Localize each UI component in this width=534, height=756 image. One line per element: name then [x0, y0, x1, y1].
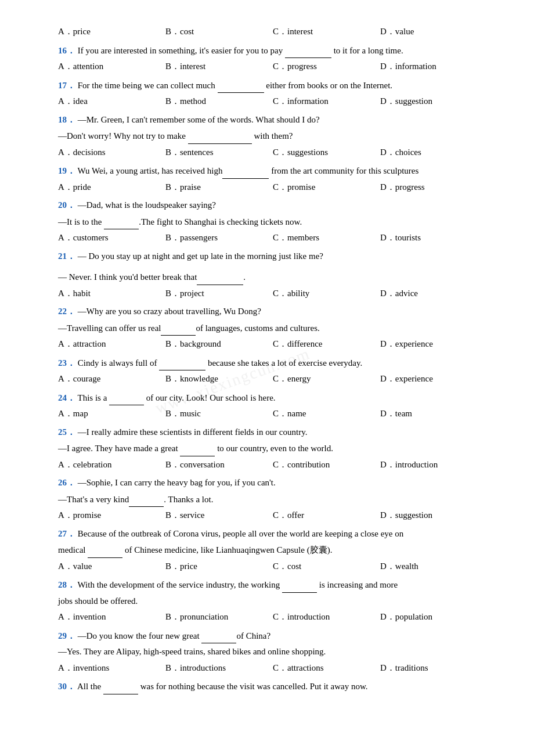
q28-optC: C．introduction — [273, 610, 380, 625]
q24-optD: D．team — [380, 406, 488, 422]
option-A: A．price — [58, 24, 165, 39]
q23-optA: A．courage — [58, 372, 165, 387]
q30-text: All the was for nothing because the visi… — [77, 682, 368, 691]
q16-optD: D．information — [380, 59, 488, 74]
q17-text: For the time being we can collect much e… — [78, 81, 392, 90]
question-26: 26． —Sophie, I can carry the heavy bag f… — [58, 476, 488, 523]
q29-text2: —Yes. They are Alipay, high-speed trains… — [58, 647, 326, 656]
q23-text: Cindy is always full of because she take… — [78, 358, 363, 368]
q22-blank — [161, 321, 196, 336]
q22-optA: A．attraction — [58, 337, 165, 352]
q17-optC: C．information — [273, 94, 380, 109]
question-19: 19． Wu Wei, a young artist, has received… — [58, 163, 488, 195]
q26-blank — [129, 492, 164, 507]
q21-optD: D．advice — [380, 286, 488, 301]
q22-optD: D．experience — [380, 337, 488, 352]
q23-optB: B．knowledge — [165, 372, 273, 387]
q28-optB: B．pronunciation — [165, 610, 273, 625]
q26-optB: B．service — [165, 508, 273, 523]
q18-blank — [188, 128, 252, 144]
q19-blank — [222, 163, 269, 179]
q26-num: 26． — [58, 478, 75, 487]
q24-num: 24． — [58, 393, 75, 402]
q27-text1: Because of the outbreak of Corona virus,… — [78, 529, 403, 538]
q21-optB: B．project — [165, 286, 273, 301]
q20-text2: —It is to the .The fight to Shanghai is … — [58, 217, 302, 226]
q19-text: Wu Wei, a young artist, has received hig… — [77, 166, 418, 175]
question-25: 25． —I really admire these scientists in… — [58, 425, 488, 473]
q25-blank — [180, 441, 215, 456]
q16-optC: C．progress — [273, 59, 380, 74]
q16-optB: B．interest — [165, 59, 273, 74]
q26-optA: A．promise — [58, 508, 165, 523]
question-28: 28． With the development of the service … — [58, 577, 488, 625]
q27-optD: D．wealth — [380, 559, 488, 574]
q19-num: 19． — [58, 166, 75, 175]
q28-optA: A．invention — [58, 610, 165, 625]
q21-optA: A．habit — [58, 286, 165, 301]
q25-text1: —I really admire these scientists in dif… — [78, 427, 308, 437]
question-27: 27． Because of the outbreak of Corona vi… — [58, 527, 488, 574]
q16-blank — [285, 43, 331, 59]
option-B: B．cost — [165, 24, 273, 39]
q16-num: 16． — [58, 46, 75, 55]
q20-optD: D．tourists — [380, 231, 488, 246]
question-options-row-0: A．price B．cost C．interest D．value — [58, 24, 488, 39]
q22-optC: C．difference — [273, 337, 380, 352]
q25-optB: B．conversation — [165, 458, 273, 473]
q18-text2: —Don't worry! Why not try to make with t… — [58, 131, 293, 141]
q30-num: 30． — [58, 682, 75, 691]
q18-text1: —Mr. Green, I can't remember some of the… — [78, 115, 320, 124]
q20-optB: B．passengers — [165, 231, 273, 246]
q29-optB: B．introductions — [165, 661, 273, 676]
q20-num: 20． — [58, 200, 75, 210]
question-17: 17． For the time being we can collect mu… — [58, 78, 488, 109]
q28-text2: jobs should be offered. — [58, 596, 138, 606]
q25-optC: C．contribution — [273, 458, 380, 473]
q27-optA: A．value — [58, 559, 165, 574]
q26-optD: D．suggestion — [380, 508, 488, 523]
question-30: 30． All the was for nothing because the … — [58, 679, 488, 694]
q24-optA: A．map — [58, 406, 165, 422]
q27-num: 27． — [58, 529, 75, 538]
q27-blank — [88, 542, 122, 558]
q25-text2: —I agree. They have made a great to our … — [58, 444, 333, 453]
question-21: 21． — Do you stay up at night and get up… — [58, 249, 488, 301]
question-29: 29． —Do you know the four new great of C… — [58, 628, 488, 676]
q25-optA: A．celebration — [58, 458, 165, 473]
q19-optB: B．praise — [165, 180, 273, 195]
q29-optD: D．traditions — [380, 661, 488, 676]
question-16: 16． If you are interested in something, … — [58, 43, 488, 74]
question-24: 24． This is a of our city. Look! Our sch… — [58, 390, 488, 422]
q17-optB: B．method — [165, 94, 273, 109]
q22-optB: B．background — [165, 337, 273, 352]
q29-num: 29． — [58, 631, 75, 640]
q17-optA: A．idea — [58, 94, 165, 109]
q28-blank — [282, 577, 317, 593]
q20-optA: A．customers — [58, 231, 165, 246]
q21-text1: — Do you stay up at night and get up lat… — [78, 251, 323, 261]
option-C: C．interest — [273, 24, 380, 39]
q28-num: 28． — [58, 580, 75, 589]
q21-num: 21． — [58, 251, 75, 261]
q18-optB: B．sentences — [165, 145, 273, 160]
q18-optD: D．choices — [380, 145, 488, 160]
q26-text1: —Sophie, I can carry the heavy bag for y… — [78, 478, 276, 487]
q29-optC: C．attractions — [273, 661, 380, 676]
q16-text: If you are interested in something, it's… — [78, 46, 403, 55]
q24-optC: C．name — [273, 406, 380, 422]
q18-num: 18． — [58, 115, 75, 124]
q20-optC: C．members — [273, 231, 380, 246]
q25-optD: D．introduction — [380, 458, 488, 473]
q23-num: 23． — [58, 358, 75, 368]
q21-blank — [197, 269, 243, 285]
q22-text1: —Why are you so crazy about travelling, … — [78, 307, 261, 316]
q30-blank — [103, 679, 138, 694]
question-18: 18． —Mr. Green, I can't remember some of… — [58, 113, 488, 160]
q22-text2: —Travelling can offer us real of languag… — [58, 323, 320, 333]
q19-optD: D．progress — [380, 180, 488, 195]
q17-optD: D．suggestion — [380, 94, 488, 109]
q26-text2: —That's a very kind . Thanks a lot. — [58, 495, 213, 504]
q22-num: 22． — [58, 307, 75, 316]
q25-num: 25． — [58, 427, 75, 437]
